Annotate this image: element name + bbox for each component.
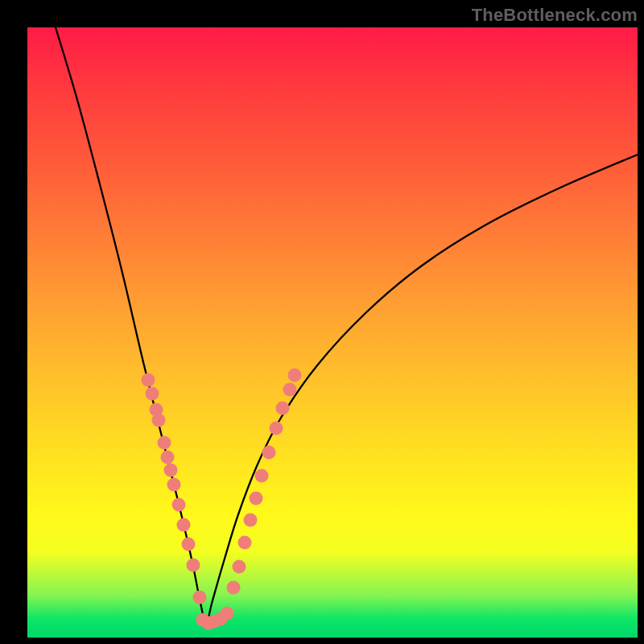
data-point xyxy=(142,374,155,387)
data-point xyxy=(158,436,171,450)
data-point xyxy=(182,538,196,551)
data-point xyxy=(146,387,159,401)
data-point xyxy=(172,498,186,512)
data-point xyxy=(238,536,252,550)
data-point xyxy=(283,383,297,397)
watermark-text: TheBottleneck.com xyxy=(472,5,638,26)
bottleneck-curve xyxy=(56,27,638,623)
chart-frame: TheBottleneck.com xyxy=(0,0,644,644)
plot-area xyxy=(27,27,638,638)
data-point xyxy=(262,446,276,460)
data-point xyxy=(177,518,191,532)
data-points xyxy=(142,369,302,630)
data-point xyxy=(250,492,263,506)
plot-svg xyxy=(27,27,638,638)
data-point xyxy=(152,414,166,427)
data-point xyxy=(193,591,207,605)
data-point xyxy=(255,469,269,483)
data-point xyxy=(227,581,241,595)
data-point xyxy=(233,560,246,574)
data-point xyxy=(164,464,178,477)
data-point xyxy=(270,422,283,436)
data-point xyxy=(221,607,234,621)
data-point xyxy=(187,559,200,572)
data-point xyxy=(244,514,258,527)
data-point xyxy=(288,369,302,382)
data-point xyxy=(276,402,290,415)
data-point xyxy=(167,478,181,492)
data-point xyxy=(161,451,175,464)
